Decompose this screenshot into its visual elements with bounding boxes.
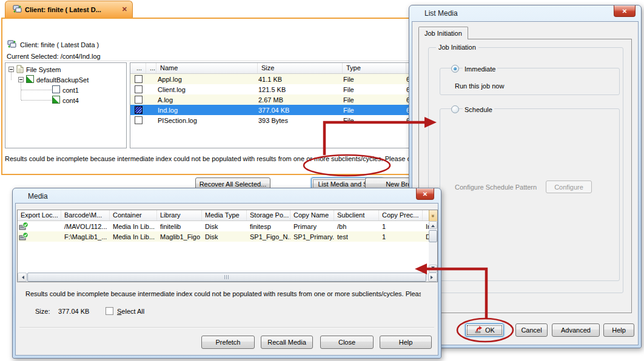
client-icon [13,5,22,15]
column-header-type-icon[interactable]: ... [146,63,156,73]
recall-media-button[interactable]: Recall Media [261,336,313,349]
tree-item-label: File System [26,66,61,73]
file-row[interactable]: A.log 2.67 MB File 6 [130,94,409,105]
thumb-grip [224,275,230,279]
collapse-icon[interactable] [8,67,14,72]
column-header-media-type[interactable]: Media Type [202,210,247,220]
column-header-storage-policy[interactable]: Storage Po... [247,210,290,220]
scroll-down-icon[interactable] [429,265,437,273]
dialog-body: Job Initiation Job Initiation Immediate … [412,21,639,345]
media-table-header: Export Loc... Barcode\M... Container Lib… [18,210,437,221]
column-header-copy-precedence[interactable]: Copy Prec... [379,210,423,220]
file-row[interactable]: PISection.log 393 Bytes File 6 [130,115,409,125]
file-row[interactable]: Appl.log 41.1 KB File 6 [130,74,409,84]
cancel-button[interactable]: Cancel [515,323,548,337]
file-type: File [343,76,406,83]
tree-item-cont1[interactable]: cont1 [52,85,79,94]
file-type: File [343,96,406,104]
backupset-icon [52,96,60,105]
scroll-right-icon[interactable] [428,273,437,282]
file-type: File [343,107,406,114]
column-header-barcode[interactable]: Barcode\M... [61,210,110,220]
close-button[interactable]: Close [320,336,374,349]
close-button[interactable]: ✕ [416,188,434,200]
size-value: 377.04 KB [58,308,89,315]
barcode-cell: F:\MagLib1_... [61,233,110,240]
close-button[interactable]: ✕ [614,5,636,17]
vertical-scrollbar[interactable] [429,221,437,273]
file-size: 2.67 MB [258,96,343,104]
column-header-size[interactable]: Size [258,63,343,73]
column-header-type[interactable]: Type [343,63,406,73]
subclient-cell: /bh [334,223,379,230]
scroll-left-icon[interactable] [18,273,27,282]
tree-item-defaultbackupset[interactable]: defaultBackupSet [18,75,89,84]
tab-job-initiation[interactable]: Job Initiation [418,27,468,39]
file-size: 377.04 KB [258,107,343,114]
column-header-export-location[interactable]: Export Loc... [18,210,61,220]
advanced-button[interactable]: Advanced [552,323,600,337]
column-chooser-chevron-icon[interactable]: » [429,210,437,221]
tree-item-cont4[interactable]: cont4 [52,96,79,105]
file-type: File [343,86,406,93]
file-checkbox[interactable] [135,96,143,104]
file-checkbox[interactable] [135,75,143,83]
select-all-label[interactable]: Select All [117,308,144,315]
tab-client-finite[interactable]: Client: finite ( Latest D... ✕ [5,1,133,18]
file-name: Appl.log [156,76,258,83]
file-row-selected[interactable]: Ind.log 377.04 KB File 6 [130,105,409,115]
tree-item-file-system[interactable]: File System [8,65,61,74]
media-row[interactable]: F:\MagLib1_... Media In Lib... Maglib1_F… [18,231,437,242]
run-job-icon [474,325,483,335]
column-header-copy-name[interactable]: Copy Name [290,210,334,220]
tree-item-label: defaultBackupSet [36,76,89,84]
schedule-radio-label[interactable]: Schedule [463,106,494,113]
copy-precedence-cell: 1 [379,223,423,230]
browse-header-label: Client: finite ( Latest Data ) [20,41,99,48]
file-row[interactable]: Client.log 121.5 KB File 6 [130,84,409,94]
file-name: A.log [156,96,258,104]
file-checkbox[interactable] [135,85,143,93]
help-button[interactable]: Help [603,323,634,337]
run-now-label: Run this job now [455,82,504,90]
schedule-radio[interactable] [451,105,459,113]
media-type-cell: Disk [202,223,247,230]
column-header-subclient[interactable]: Subclient [334,210,379,220]
window-title: Media [28,192,48,200]
help-button[interactable]: Help [380,336,432,349]
library-cell: finitelib [157,223,202,230]
scroll-up-icon[interactable] [429,221,437,229]
column-header-library[interactable]: Library [157,210,202,220]
file-checkbox[interactable] [135,116,143,124]
container-cell: Media In Lib... [110,223,157,230]
storage-policy-cell: SP1_Figo_N... [247,233,290,240]
screen: Client: finite ( Latest D... ✕ Client: f… [0,0,644,361]
configure-schedule-pattern-label: Configure Schedule Pattern [455,184,537,191]
unselected-box-icon [52,85,60,94]
collapse-icon[interactable] [18,77,24,82]
scrollbar-thumb[interactable] [429,230,437,242]
file-checkbox-checked[interactable] [135,106,143,114]
configure-button[interactable]: Configure [546,180,592,193]
ok-button[interactable]: OK [465,323,504,337]
media-row[interactable]: /MAVOL/112... Media In Lib... finitelib … [18,221,437,231]
client-icon [7,40,16,50]
horizontal-scrollbar[interactable] [18,273,437,282]
scrollbar-thumb[interactable] [27,273,426,282]
prefetch-button[interactable]: Prefetch [201,336,255,349]
column-header-name[interactable]: Name [156,63,258,73]
select-all-checkbox[interactable] [106,307,113,315]
select-all-rest: elect All [121,308,144,315]
tab-close-icon[interactable]: ✕ [122,5,127,13]
library-cell: Maglib1_Figo [157,233,202,240]
backupset-icon [26,75,34,84]
file-name: Ind.log [156,107,258,114]
media-body: Export Loc... Barcode\M... Container Lib… [15,203,438,356]
immediate-radio[interactable] [451,65,459,73]
file-list: ... ... Name Size Type M Appl.log 41.1 K… [130,62,409,148]
current-selected-label: Current Selected: /cont4/Ind.log [7,53,101,60]
column-header-select[interactable]: ... [130,63,146,73]
immediate-radio-label[interactable]: Immediate [463,65,497,73]
column-header-container[interactable]: Container [110,210,157,220]
file-size: 393 Bytes [258,117,343,124]
